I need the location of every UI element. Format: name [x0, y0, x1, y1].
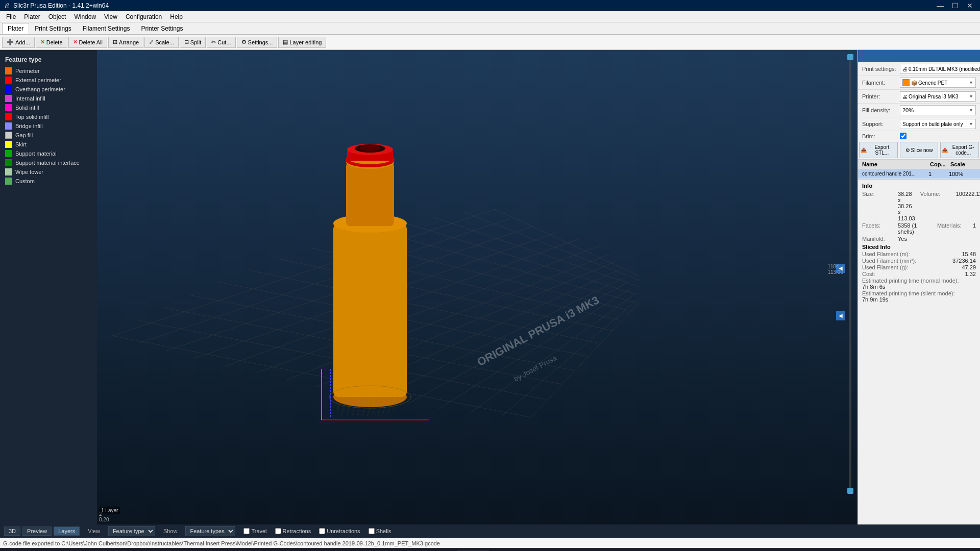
used-filament-g-label: Used Filament (g):: [862, 264, 908, 270]
layer-editing-button[interactable]: ▤Layer editing: [278, 37, 326, 48]
layer-track: [849, 54, 851, 494]
bridge-infill-label: Bridge infill: [15, 123, 43, 129]
used-filament-m-row: Used Filament (m): 15.48: [862, 251, 976, 257]
maximize-button[interactable]: ☐: [949, 2, 962, 10]
layer-slider-area: [845, 54, 855, 494]
cut-button[interactable]: ✂Cut...: [207, 37, 235, 48]
add-button[interactable]: ➕Add...: [2, 37, 35, 48]
layer-max: 1184 113.00: [827, 264, 843, 275]
fill-density-row: Fill density: 20% ▼: [858, 104, 980, 117]
legend-title: Feature type: [0, 54, 97, 66]
used-filament-g-value: 47.29: [962, 264, 976, 270]
legend-support-material-interface[interactable]: Support material interface: [0, 158, 97, 167]
support-select[interactable]: Support on build plate only ▼: [900, 119, 976, 129]
printer-select[interactable]: 🖨 Original Prusa i3 MK3 ▼: [900, 91, 976, 102]
status-text: G-code file exported to C:\Users\John Cu…: [3, 540, 440, 546]
layer-slider-top[interactable]: [847, 54, 853, 60]
legend-perimeter[interactable]: Perimeter: [0, 66, 97, 76]
fill-density-select[interactable]: 20% ▼: [900, 105, 976, 115]
tab-printer-settings[interactable]: Printer Settings: [135, 23, 188, 34]
view-type-select[interactable]: Feature type: [108, 526, 155, 536]
legend-internal-infill[interactable]: Internal infill: [0, 94, 97, 103]
layers-button[interactable]: Layers: [54, 527, 80, 536]
legend-external-perimeter[interactable]: External perimeter: [0, 76, 97, 85]
object-list-item[interactable]: contoured handle 201... 1 100%: [858, 169, 980, 179]
menu-file[interactable]: File: [2, 12, 20, 21]
top-solid-infill-label: Top solid infill: [15, 114, 48, 120]
menu-help[interactable]: Help: [166, 12, 187, 21]
delete-all-icon: ✕: [73, 39, 78, 45]
brim-checkbox[interactable]: [900, 133, 906, 139]
menu-object[interactable]: Object: [44, 12, 70, 21]
split-button[interactable]: ⊟Split: [180, 37, 206, 48]
legend-bridge-infill[interactable]: Bridge infill: [0, 121, 97, 131]
unretractions-checkbox[interactable]: [319, 528, 325, 534]
manifold-value: Yes: [898, 236, 907, 242]
skirt-color: [5, 141, 12, 148]
layer-slider-bottom[interactable]: [847, 488, 853, 494]
overhang-perimeter-color: [5, 86, 12, 93]
view-label: View: [88, 528, 100, 534]
volume-value: 100222.12: [956, 191, 980, 221]
wipe-tower-color: [5, 168, 12, 176]
export-gcode-button[interactable]: 📤 Export G-code...: [940, 142, 979, 158]
used-filament-g-row: Used Filament (g): 47.29: [862, 264, 976, 270]
legend-top-solid-infill[interactable]: Top solid infill: [0, 112, 97, 121]
tab-plater[interactable]: Plater: [2, 23, 29, 34]
title-bar-left: 🖨 Slic3r Prusa Edition - 1.41.2+win64: [4, 2, 109, 9]
legend-solid-infill[interactable]: Solid infill: [0, 103, 97, 112]
legend-wipe-tower[interactable]: Wipe tower: [0, 167, 97, 177]
delete-all-button[interactable]: ✕Delete All: [68, 37, 107, 48]
delete-button[interactable]: ✕Delete: [36, 37, 67, 48]
printer-value: Original Prusa i3 MK3: [909, 94, 969, 99]
3d-view-button[interactable]: 3D: [4, 527, 20, 536]
print-time-normal-row: Estimated printing time (normal mode): 7…: [862, 278, 976, 290]
overhang-perimeter-label: Overhang perimeter: [15, 86, 65, 92]
legend-overhang-perimeter[interactable]: Overhang perimeter: [0, 85, 97, 94]
legend-skirt[interactable]: Skirt: [0, 140, 97, 149]
retractions-checkbox[interactable]: [275, 528, 281, 534]
minimize-button[interactable]: —: [934, 2, 947, 10]
chevron-down-icon: ▼: [969, 94, 973, 99]
print-settings-select[interactable]: 🖨 0.10mm DETAIL MK3 (modified) ▼: [900, 64, 980, 74]
menu-bar: File Plater Object Window View Configura…: [0, 11, 980, 22]
used-filament-mm3-label: Used Filament (mm³):: [862, 258, 916, 264]
retractions-label: Retractions: [283, 528, 311, 534]
filament-icon: 📦: [911, 80, 917, 86]
manifold-row: Manifold: Yes: [862, 236, 976, 242]
tab-filament-settings[interactable]: Filament Settings: [77, 23, 136, 34]
close-button[interactable]: ✕: [964, 2, 976, 10]
scale-icon: ⤢: [149, 39, 154, 45]
travel-checkbox[interactable]: [243, 528, 250, 534]
chevron-down-icon: ▼: [969, 121, 973, 127]
export-stl-button[interactable]: 📤 Export STL...: [859, 142, 898, 158]
status-bar: G-code file exported to C:\Users\John Cu…: [0, 538, 980, 548]
viewport[interactable]: ORIGINAL PRUSA i3 MK3 by Josef Prusa: [97, 50, 857, 524]
scale-button[interactable]: ⤢Scale...: [144, 37, 179, 48]
legend-support-material[interactable]: Support material: [0, 149, 97, 158]
legend-custom[interactable]: Custom: [0, 177, 97, 186]
preview-button[interactable]: Preview: [22, 527, 52, 536]
travel-checkbox-item: Travel: [243, 528, 266, 534]
menu-plater[interactable]: Plater: [20, 12, 44, 21]
show-type-select[interactable]: Feature types: [185, 526, 235, 536]
menu-view[interactable]: View: [100, 12, 121, 21]
window-controls[interactable]: — ☐ ✕: [934, 2, 976, 10]
arrange-button[interactable]: ⊞Arrange: [108, 37, 143, 48]
menu-window[interactable]: Window: [70, 12, 100, 21]
shells-checkbox[interactable]: [369, 528, 375, 534]
action-buttons-row: 📤 Export STL... ⚙ Slice now 📤 Export G-c…: [858, 141, 980, 160]
facets-value: 5358 (1 shells): [898, 222, 932, 235]
slice-now-button[interactable]: ⚙ Slice now: [900, 142, 939, 158]
legend-gap-fill[interactable]: Gap fill: [0, 131, 97, 140]
filament-select[interactable]: 📦 Generic PET ▼: [900, 78, 976, 88]
menu-configuration[interactable]: Configuration: [121, 12, 166, 21]
settings-button[interactable]: ⚙Settings...: [237, 37, 278, 48]
object-list-header: Name Cop... Scale: [858, 160, 980, 169]
filament-value: Generic PET: [918, 80, 969, 86]
bottom-bar: 3D Preview Layers View Feature type Show…: [0, 524, 980, 538]
tab-print-settings[interactable]: Print Settings: [29, 23, 77, 34]
layer-indicator-bottom[interactable]: ◀: [836, 311, 845, 320]
panel-header: [858, 50, 980, 62]
svg-rect-0: [97, 50, 857, 524]
